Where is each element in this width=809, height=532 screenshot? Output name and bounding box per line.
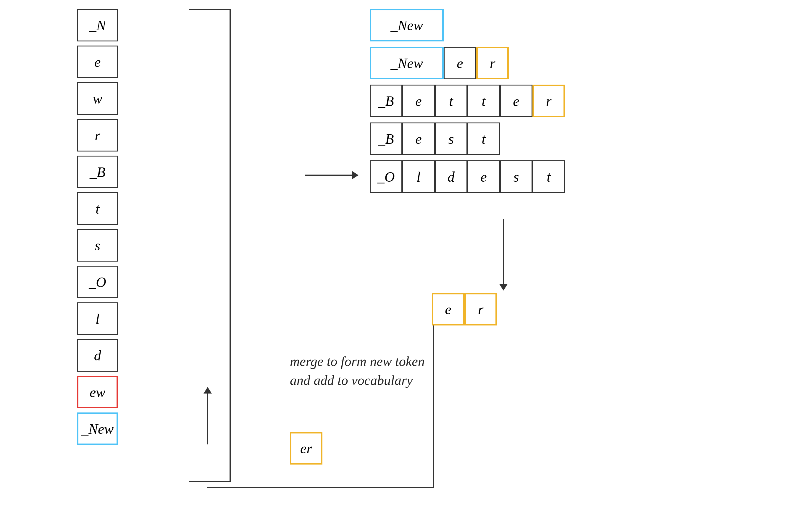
word-1-token-1: e (444, 47, 476, 79)
vocab-item-11: _New (77, 412, 118, 445)
words-column: _New_Newer_Better_Best_Oldest (370, 9, 565, 193)
bracket-line (189, 9, 231, 482)
merge-line-vertical (433, 325, 434, 488)
word-3-token-3: t (467, 122, 500, 155)
merge-arrow-up (207, 388, 208, 444)
word-3-token-2: s (435, 122, 467, 155)
vocab-item-5: t (77, 192, 118, 225)
word-4-token-5: t (532, 160, 565, 193)
merge-line-horizontal (207, 487, 434, 488)
word-row-3: _Best (370, 122, 565, 155)
word-2-token-4: e (500, 85, 532, 117)
word-1-token-2: r (476, 47, 509, 79)
vocabulary-column: _Newr_Bts_Oldew_New (77, 9, 118, 445)
word-4-token-1: l (402, 160, 435, 193)
vocab-item-2: w (77, 82, 118, 115)
merge-label: merge to form new tokenand add to vocabu… (290, 352, 425, 390)
word-1-token-0: _New (370, 47, 444, 79)
vocab-item-3: r (77, 119, 118, 152)
word-3-token-0: _B (370, 122, 402, 155)
frequent-token-0: e (432, 293, 464, 325)
word-2-token-3: t (467, 85, 500, 117)
word-2-token-0: _B (370, 85, 402, 117)
vocab-item-4: _B (77, 156, 118, 188)
frequent-token-1: r (464, 293, 497, 325)
word-4-token-4: s (500, 160, 532, 193)
count-arrow (503, 219, 504, 290)
vocab-item-7: _O (77, 266, 118, 298)
vocab-item-9: d (77, 339, 118, 372)
word-2-token-2: t (435, 85, 467, 117)
word-row-4: _Oldest (370, 160, 565, 193)
vocab-item-1: e (77, 46, 118, 78)
word-4-token-0: _O (370, 160, 402, 193)
word-row-2: _Better (370, 85, 565, 117)
vocab-item-6: s (77, 229, 118, 261)
vocab-item-10: ew (77, 376, 118, 408)
word-row-0: _New (370, 9, 565, 41)
vocab-item-0: _N (77, 9, 118, 41)
word-4-token-3: e (467, 160, 500, 193)
result-token-box: er (290, 432, 323, 465)
word-2-token-5: r (532, 85, 565, 117)
word-3-token-1: e (402, 122, 435, 155)
word-row-1: _Newer (370, 47, 565, 79)
word-0-token-0: _New (370, 9, 444, 41)
result-er-token: er (290, 432, 323, 465)
word-2-token-1: e (402, 85, 435, 117)
word-4-token-2: d (435, 160, 467, 193)
tokenize-arrow (305, 175, 358, 176)
frequent-pair: er (432, 293, 497, 325)
vocab-item-8: l (77, 303, 118, 335)
